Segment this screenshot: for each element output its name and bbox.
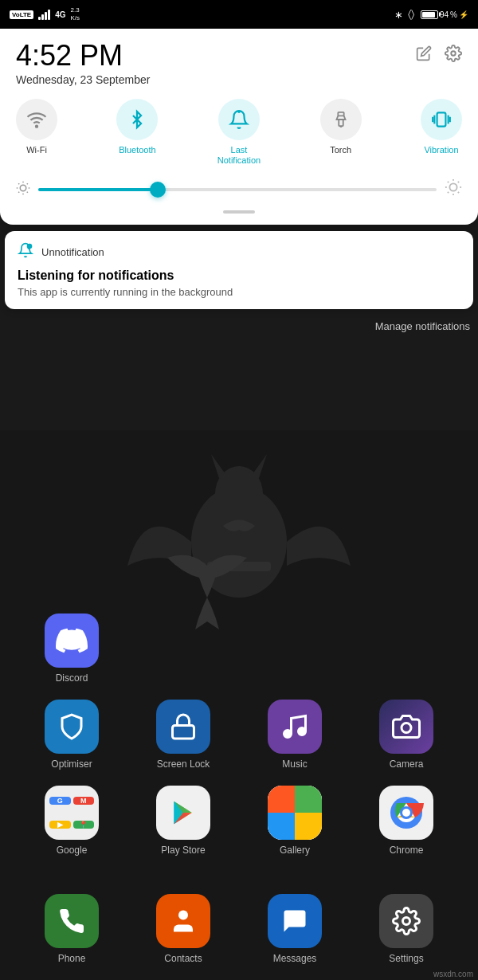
notif-title: Listening for notifications <box>18 269 460 283</box>
brightness-slider[interactable] <box>38 188 437 191</box>
screenlock-icon <box>156 700 210 754</box>
app-music[interactable]: Music <box>251 700 339 770</box>
battery-percentage: 94 <box>440 10 449 19</box>
discord-icon <box>45 613 99 668</box>
chrome-label: Chrome <box>390 845 424 856</box>
vibrate-status-icon: 〈〉 <box>408 8 414 21</box>
app-messages[interactable]: Messages <box>251 894 339 964</box>
battery-container: 94 % ⚡ <box>421 10 468 19</box>
app-row-3: G M ▶ 📍 Google <box>16 786 462 856</box>
app-google[interactable]: G M ▶ 📍 Google <box>28 786 116 856</box>
google-icon: G M ▶ 📍 <box>45 786 99 840</box>
svg-rect-4 <box>339 120 343 126</box>
svg-point-46 <box>402 809 410 817</box>
svg-rect-42 <box>295 813 322 840</box>
charging-icon: ⚡ <box>459 10 468 19</box>
signal-bar-3 <box>45 12 47 20</box>
google-label: Google <box>57 845 88 856</box>
brightness-row <box>16 178 462 201</box>
svg-point-11 <box>20 185 26 191</box>
svg-line-28 <box>458 182 459 182</box>
svg-point-2 <box>237 111 240 113</box>
messages-icon <box>268 894 322 948</box>
torch-icon-wrap <box>320 99 362 140</box>
manage-notifications[interactable]: Manage notifications <box>0 316 478 332</box>
gallery-label: Gallery <box>280 845 310 856</box>
svg-rect-34 <box>173 726 194 739</box>
svg-rect-3 <box>338 112 343 116</box>
network-type: 4G <box>55 10 65 19</box>
settings-button[interactable] <box>445 45 462 66</box>
svg-point-36 <box>299 728 306 735</box>
network-speed: 2.3 K/s <box>71 6 80 22</box>
svg-rect-6 <box>437 112 446 126</box>
wifi-icon-wrap <box>16 99 57 140</box>
phone-icon <box>45 894 99 948</box>
notif-body: This app is currently running in the bac… <box>18 286 460 298</box>
torch-toggle[interactable]: Torch <box>320 99 362 166</box>
svg-point-47 <box>178 911 188 920</box>
notif-app-icon: ! <box>18 242 33 262</box>
app-camera[interactable]: Camera <box>362 700 450 770</box>
camera-icon <box>379 700 433 754</box>
svg-rect-40 <box>295 786 322 813</box>
app-contacts[interactable]: Contacts <box>139 894 227 964</box>
toggle-grid: Wi-Fi Bluetooth LastNotification <box>16 99 462 166</box>
svg-point-35 <box>284 731 292 738</box>
gallery-icon <box>268 786 322 840</box>
last-notification-icon-wrap <box>218 99 260 140</box>
app-discord[interactable]: Discord <box>28 613 116 684</box>
quick-settings-panel: 4:52 PM Wednesday, 23 September <box>0 29 478 225</box>
brightness-thumb[interactable] <box>150 182 166 198</box>
status-right: ∗ 〈〉 94 % ⚡ <box>394 8 468 21</box>
home-screen: Discord Optimiser <box>0 430 478 980</box>
drag-handle <box>223 210 255 214</box>
camera-label: Camera <box>390 759 424 770</box>
discord-label: Discord <box>56 672 88 684</box>
svg-rect-39 <box>268 786 295 813</box>
settings-icon <box>379 894 433 948</box>
qs-datetime: 4:52 PM Wednesday, 23 September <box>16 41 150 86</box>
bluetooth-status-icon: ∗ <box>394 9 403 21</box>
optimiser-label: Optimiser <box>51 759 92 770</box>
app-settings[interactable]: Settings <box>362 894 450 964</box>
app-chrome[interactable]: Chrome <box>362 786 450 856</box>
edit-button[interactable] <box>416 45 432 65</box>
svg-point-48 <box>403 918 410 925</box>
wifi-label: Wi-Fi <box>26 145 47 155</box>
signal-bar-4 <box>48 10 50 20</box>
bluetooth-toggle[interactable]: Bluetooth <box>116 99 158 166</box>
app-screenlock[interactable]: Screen Lock <box>139 700 227 770</box>
svg-point-1 <box>36 126 37 127</box>
wifi-toggle[interactable]: Wi-Fi <box>16 99 57 166</box>
notif-app-name: Unnotification <box>41 246 104 258</box>
screenlock-label: Screen Lock <box>157 759 210 770</box>
app-playstore[interactable]: Play Store <box>139 786 227 856</box>
svg-point-0 <box>451 51 456 56</box>
playstore-label: Play Store <box>161 845 205 856</box>
contacts-icon <box>156 894 210 948</box>
chrome-icon <box>379 786 433 840</box>
qs-date: Wednesday, 23 September <box>16 73 150 86</box>
music-label: Music <box>282 759 307 770</box>
vibration-toggle[interactable]: Vibration <box>421 99 462 166</box>
svg-point-37 <box>402 723 411 733</box>
watermark: wsxdn.com <box>433 970 473 978</box>
torch-label: Torch <box>330 145 351 155</box>
svg-point-20 <box>449 184 456 191</box>
app-phone[interactable]: Phone <box>28 894 116 964</box>
last-notification-toggle[interactable]: LastNotification <box>217 99 261 166</box>
brightness-high-icon <box>445 178 462 201</box>
messages-label: Messages <box>273 953 317 964</box>
notif-header: ! Unnotification <box>18 242 460 262</box>
svg-line-24 <box>458 192 459 193</box>
app-optimiser[interactable]: Optimiser <box>28 700 116 770</box>
optimiser-icon <box>45 700 99 754</box>
vibration-icon-wrap <box>421 99 462 140</box>
svg-text:!: ! <box>28 245 29 249</box>
settings-label: Settings <box>389 953 423 964</box>
app-gallery[interactable]: Gallery <box>251 786 339 856</box>
app-row-bottom: Phone Contacts Messages <box>0 894 478 980</box>
battery-fill <box>422 12 435 18</box>
signal-bar-1 <box>38 17 41 20</box>
